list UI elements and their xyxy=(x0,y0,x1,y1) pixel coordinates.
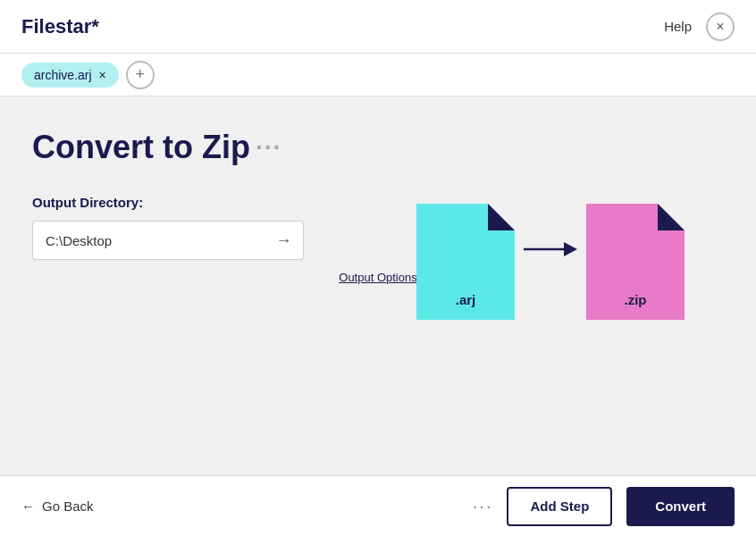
to-file-icon: .zip xyxy=(586,204,685,320)
from-file-icon: .arj xyxy=(416,204,515,320)
add-tab-icon: + xyxy=(136,65,146,84)
header-right: Help × xyxy=(664,13,735,41)
go-back-icon: ← xyxy=(21,498,35,514)
main-content: Convert to Zip ··· Output Directory: → O… xyxy=(0,96,756,475)
add-step-button[interactable]: Add Step xyxy=(507,487,612,526)
more-button[interactable]: ··· xyxy=(473,496,493,516)
convert-button[interactable]: Convert xyxy=(626,487,735,526)
help-link[interactable]: Help xyxy=(664,19,692,34)
tab-pill[interactable]: archive.arj × xyxy=(21,63,119,88)
tab-close-button[interactable]: × xyxy=(99,69,106,81)
conversion-arrow xyxy=(524,231,577,292)
header-left: Filestar* xyxy=(21,15,99,38)
tab-label: archive.arj xyxy=(34,68,92,82)
footer-right: ··· Add Step Convert xyxy=(473,487,735,526)
dir-browse-button[interactable]: → xyxy=(265,221,304,260)
svg-marker-1 xyxy=(488,204,515,230)
close-button[interactable]: × xyxy=(706,13,735,41)
app-title: Filestar* xyxy=(21,15,99,38)
page-title-container: Convert to Zip ··· xyxy=(32,129,724,166)
close-icon: × xyxy=(716,19,724,35)
title-dots: ··· xyxy=(256,133,281,162)
dir-arrow-icon: → xyxy=(276,231,292,250)
go-back-label: Go Back xyxy=(42,498,94,514)
svg-marker-3 xyxy=(564,242,577,256)
header: Filestar* Help × xyxy=(0,0,756,54)
svg-marker-5 xyxy=(658,204,685,230)
tab-bar: archive.arj × + xyxy=(0,54,756,96)
go-back-button[interactable]: ← Go Back xyxy=(21,498,94,514)
conversion-illustration: .arj .zip xyxy=(416,204,685,320)
page-title: Convert to Zip xyxy=(32,129,250,166)
add-tab-button[interactable]: + xyxy=(126,61,155,89)
to-file-ext: .zip xyxy=(625,292,647,307)
from-file-ext: .arj xyxy=(456,292,476,307)
output-dir-input[interactable] xyxy=(32,221,265,260)
footer: ← Go Back ··· Add Step Convert xyxy=(0,475,756,536)
